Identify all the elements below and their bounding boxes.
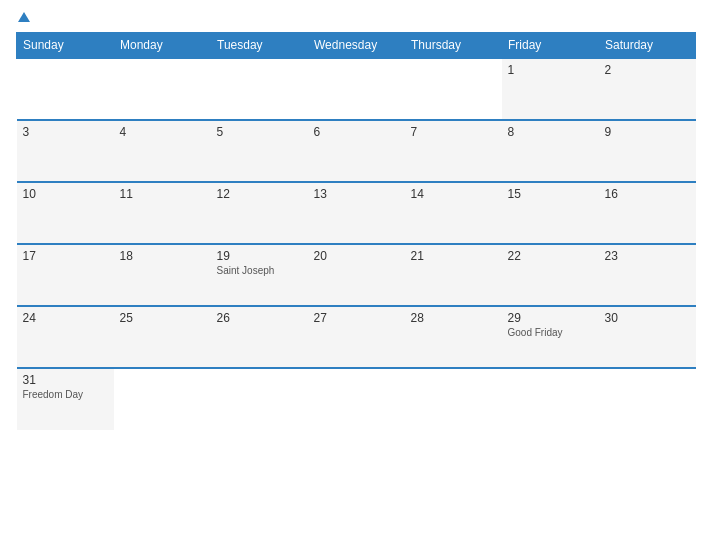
day-cell (308, 368, 405, 430)
day-cell: 13 (308, 182, 405, 244)
day-cell: 18 (114, 244, 211, 306)
calendar-header: SundayMondayTuesdayWednesdayThursdayFrid… (17, 33, 696, 59)
day-cell: 1 (502, 58, 599, 120)
day-number: 13 (314, 187, 399, 201)
day-number: 28 (411, 311, 496, 325)
day-cell: 9 (599, 120, 696, 182)
day-cell: 14 (405, 182, 502, 244)
weekday-header-thursday: Thursday (405, 33, 502, 59)
day-number: 10 (23, 187, 108, 201)
day-number: 26 (217, 311, 302, 325)
day-number: 3 (23, 125, 108, 139)
day-cell: 17 (17, 244, 114, 306)
day-cell (114, 368, 211, 430)
weekday-header-wednesday: Wednesday (308, 33, 405, 59)
day-cell: 12 (211, 182, 308, 244)
day-cell (114, 58, 211, 120)
day-number: 19 (217, 249, 302, 263)
day-number: 6 (314, 125, 399, 139)
day-number: 16 (605, 187, 690, 201)
day-cell (405, 368, 502, 430)
day-number: 15 (508, 187, 593, 201)
day-number: 18 (120, 249, 205, 263)
day-cell: 19Saint Joseph (211, 244, 308, 306)
calendar-body: 12345678910111213141516171819Saint Josep… (17, 58, 696, 430)
day-cell (211, 58, 308, 120)
day-number: 30 (605, 311, 690, 325)
day-cell: 2 (599, 58, 696, 120)
day-number: 31 (23, 373, 108, 387)
day-cell: 27 (308, 306, 405, 368)
day-cell: 30 (599, 306, 696, 368)
day-cell: 16 (599, 182, 696, 244)
day-cell: 5 (211, 120, 308, 182)
day-cell: 4 (114, 120, 211, 182)
day-cell: 15 (502, 182, 599, 244)
day-number: 11 (120, 187, 205, 201)
day-number: 29 (508, 311, 593, 325)
day-number: 27 (314, 311, 399, 325)
day-number: 22 (508, 249, 593, 263)
weekday-row: SundayMondayTuesdayWednesdayThursdayFrid… (17, 33, 696, 59)
logo-triangle-icon (18, 12, 30, 22)
day-cell: 10 (17, 182, 114, 244)
day-number: 12 (217, 187, 302, 201)
day-cell: 24 (17, 306, 114, 368)
day-number: 21 (411, 249, 496, 263)
week-row-3: 171819Saint Joseph20212223 (17, 244, 696, 306)
day-cell: 22 (502, 244, 599, 306)
day-number: 4 (120, 125, 205, 139)
day-number: 5 (217, 125, 302, 139)
day-number: 14 (411, 187, 496, 201)
holiday-label: Saint Joseph (217, 265, 302, 276)
weekday-header-friday: Friday (502, 33, 599, 59)
day-number: 8 (508, 125, 593, 139)
week-row-1: 3456789 (17, 120, 696, 182)
day-cell (211, 368, 308, 430)
day-cell: 7 (405, 120, 502, 182)
day-cell: 8 (502, 120, 599, 182)
holiday-label: Good Friday (508, 327, 593, 338)
week-row-4: 242526272829Good Friday30 (17, 306, 696, 368)
day-cell: 11 (114, 182, 211, 244)
day-number: 17 (23, 249, 108, 263)
day-cell: 25 (114, 306, 211, 368)
logo (16, 12, 30, 22)
day-cell: 28 (405, 306, 502, 368)
day-cell: 21 (405, 244, 502, 306)
page: SundayMondayTuesdayWednesdayThursdayFrid… (0, 0, 712, 550)
day-number: 7 (411, 125, 496, 139)
day-cell: 26 (211, 306, 308, 368)
weekday-header-saturday: Saturday (599, 33, 696, 59)
day-cell: 23 (599, 244, 696, 306)
day-number: 2 (605, 63, 690, 77)
week-row-0: 12 (17, 58, 696, 120)
day-number: 25 (120, 311, 205, 325)
day-number: 24 (23, 311, 108, 325)
day-cell: 31Freedom Day (17, 368, 114, 430)
day-cell: 20 (308, 244, 405, 306)
holiday-label: Freedom Day (23, 389, 108, 400)
day-cell (308, 58, 405, 120)
day-cell: 6 (308, 120, 405, 182)
weekday-header-monday: Monday (114, 33, 211, 59)
day-cell (599, 368, 696, 430)
day-cell (502, 368, 599, 430)
calendar-table: SundayMondayTuesdayWednesdayThursdayFrid… (16, 32, 696, 430)
day-cell (405, 58, 502, 120)
header (16, 12, 696, 22)
day-number: 23 (605, 249, 690, 263)
day-cell: 3 (17, 120, 114, 182)
weekday-header-tuesday: Tuesday (211, 33, 308, 59)
weekday-header-sunday: Sunday (17, 33, 114, 59)
day-number: 1 (508, 63, 593, 77)
day-cell (17, 58, 114, 120)
day-number: 20 (314, 249, 399, 263)
week-row-2: 10111213141516 (17, 182, 696, 244)
day-number: 9 (605, 125, 690, 139)
day-cell: 29Good Friday (502, 306, 599, 368)
week-row-5: 31Freedom Day (17, 368, 696, 430)
